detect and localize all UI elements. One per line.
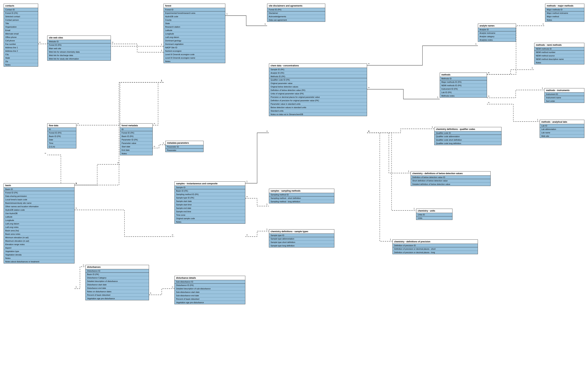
column-pk: Major methods ID bbox=[545, 8, 584, 11]
table-title: chem data - concentrations bbox=[269, 64, 367, 68]
table-forest[interactable]: forestForest IDExperimental forest/resea… bbox=[164, 4, 225, 63]
cardinality-label: 1 bbox=[161, 43, 162, 46]
table-flow[interactable]: flow dataIDForest ID (FK)Basin ID (FK)Da… bbox=[47, 123, 76, 148]
column-pk: Contact ID bbox=[4, 8, 38, 11]
column: Basin ID (FK) bbox=[47, 135, 76, 138]
table-title: metadata parameters bbox=[166, 141, 203, 145]
cardinality-label: ∞ bbox=[488, 72, 489, 74]
column: Cell phone bbox=[4, 39, 38, 42]
column-pk: Disturbance ID bbox=[85, 269, 149, 273]
table-sampling_methods[interactable]: samples - sampling methodsSampling metho… bbox=[269, 189, 334, 203]
column: Basin ID (FK) bbox=[175, 189, 245, 193]
cardinality-label: 1 bbox=[226, 13, 228, 15]
table-major_methods[interactable]: methods - major methodsMajor methods IDM… bbox=[545, 4, 584, 22]
column: Basin area (ha) bbox=[4, 229, 74, 232]
column: Analytes notes bbox=[478, 38, 516, 41]
table-disclaimers[interactable]: site disclaimers and agreementsForest ID… bbox=[267, 4, 325, 22]
table-meta_params[interactable]: metadata parametersParameter IDParameter bbox=[165, 141, 204, 152]
column-pk: Website ID bbox=[47, 40, 111, 43]
table-analyte[interactable]: analyte namesAnalyte IDAnalyte nicknameA… bbox=[478, 24, 516, 42]
cardinality-label: ∞ bbox=[368, 130, 370, 132]
column: NEMI method descriptive name bbox=[534, 57, 584, 61]
cardinality-label: ∞ bbox=[172, 286, 173, 288]
column: Disturbance start date bbox=[85, 283, 149, 286]
column: Time bbox=[47, 141, 76, 145]
column-pk: Definition of below detection value ID bbox=[411, 176, 490, 179]
column: NEMI methods ID (FK) bbox=[440, 84, 487, 87]
column: Precision or decimal places for original… bbox=[269, 95, 367, 99]
table-title: methods - nemi methods bbox=[534, 43, 584, 47]
column: Major method nickname bbox=[545, 11, 584, 15]
table-contacts[interactable]: contactsContact IDForest ID (FK)Selected… bbox=[4, 4, 38, 67]
table-forest_meta[interactable]: forest metadataIDForest ID (FK)Basin ID … bbox=[120, 123, 153, 155]
table-disturb_detail[interactable]: disturbance detailsSub-disturbance IDDis… bbox=[174, 276, 245, 304]
column-pk: Lab ID bbox=[540, 124, 584, 128]
column: City bbox=[4, 53, 38, 56]
column: Major methods ID (FK) bbox=[440, 80, 487, 84]
table-site_web[interactable]: site web sitesWebsite IDForest ID (FK)Ma… bbox=[47, 36, 111, 61]
column: Address line 1 bbox=[4, 46, 38, 49]
table-basin[interactable]: basinBasin IDForest ID (FK)Data sharing … bbox=[4, 183, 75, 264]
column: Lab name bbox=[540, 131, 584, 134]
column: Vegetation age pre-disturbance bbox=[85, 297, 149, 300]
table-chem_data[interactable]: chem data - concentrationsSample ID (FK)… bbox=[269, 63, 367, 116]
column: Level III Omernik ecoregion name bbox=[164, 56, 225, 60]
column: Sort order bbox=[545, 99, 584, 103]
column-pk: Instrument ID bbox=[545, 93, 584, 96]
column: Web link for study site information bbox=[47, 57, 111, 60]
table-nemi[interactable]: methods - nemi methodsNEMI methods IDNEM… bbox=[534, 43, 584, 64]
column: Basin ID (FK) bbox=[85, 273, 149, 276]
cardinality-label: 1 bbox=[163, 142, 164, 144]
column: Acknowledgements bbox=[267, 15, 325, 18]
cardinality-label: 1 bbox=[76, 182, 77, 184]
column: Longitude bbox=[164, 32, 225, 36]
column: Dominant vegetation bbox=[164, 42, 225, 46]
cardinality-label: 1 bbox=[76, 182, 77, 184]
table-title: contacts bbox=[4, 4, 38, 8]
column: Parameter value bbox=[120, 141, 152, 145]
cardinality-label: 1 bbox=[537, 119, 538, 121]
column: Elevation range notes bbox=[4, 243, 74, 246]
column: Latitude bbox=[164, 29, 225, 32]
table-instruments[interactable]: methods - instrumentsInstrument IDInstru… bbox=[544, 88, 584, 103]
column: Alternate email bbox=[4, 32, 38, 36]
column: Lat/Long datum bbox=[164, 36, 225, 39]
table-units[interactable]: chemistry - unitsUnits IDUnits bbox=[416, 209, 452, 220]
erd-canvas: contactsContact IDForest ID (FK)Selected… bbox=[0, 0, 588, 381]
column: State bbox=[4, 56, 38, 60]
cardinality-label: 1 bbox=[161, 49, 162, 52]
column: Sample type abbreveiation bbox=[269, 237, 334, 241]
column: Dominant geology bbox=[164, 39, 225, 42]
column: Sample start date bbox=[175, 200, 245, 203]
table-qual[interactable]: chemistry definitions - qualifier codesQ… bbox=[434, 127, 502, 145]
column: Time zone bbox=[175, 213, 245, 217]
table-labs[interactable]: methods - analytical labsLab IDLab abbre… bbox=[540, 120, 584, 138]
table-sample_types[interactable]: chemistry definitions - sample typesSamp… bbox=[269, 229, 334, 248]
column: Forest ID (FK) bbox=[4, 191, 74, 194]
column: Original parameter value bbox=[269, 82, 367, 85]
table-title: chemistry - units bbox=[416, 209, 452, 213]
column: Notes bbox=[534, 61, 584, 64]
table-disturb[interactable]: disturbancesDisturbance IDBasin ID (FK)D… bbox=[85, 265, 149, 300]
cardinality-label: ∞ bbox=[246, 195, 248, 198]
cardinality-label: ∞ bbox=[368, 62, 370, 65]
table-bdv[interactable]: chemistry - definitions of below detecti… bbox=[411, 171, 491, 186]
column: Office phone bbox=[4, 36, 38, 39]
column: Notes bbox=[545, 18, 584, 21]
cardinality-label: 1 bbox=[266, 203, 268, 205]
column-pk: Forest ID (FK) bbox=[267, 8, 325, 11]
column: Other names and location information bbox=[4, 205, 74, 208]
table-methods[interactable]: methodsMethods IDMajor methods ID (FK)NE… bbox=[440, 73, 487, 98]
cardinality-label: ∞ bbox=[112, 41, 113, 43]
column: Q (L/s) bbox=[47, 145, 76, 148]
table-precision[interactable]: chemistry - definitions of precisionDefi… bbox=[393, 240, 478, 254]
column: NEMI method source bbox=[534, 54, 584, 57]
table-samples[interactable]: samples - instantaneous and compositeSam… bbox=[174, 181, 245, 224]
cardinality-label: 1 bbox=[532, 67, 533, 69]
table-title: chemistry - definitions of precision bbox=[393, 240, 478, 244]
table-title: methods - analytical labs bbox=[540, 120, 584, 124]
column: Basin/stream/study site name bbox=[4, 201, 74, 205]
column: Qualifier code ID (FK) bbox=[269, 78, 367, 82]
cardinality-label: ∞ bbox=[83, 264, 84, 266]
column: Notes about disturbances or treatment bbox=[4, 260, 74, 263]
